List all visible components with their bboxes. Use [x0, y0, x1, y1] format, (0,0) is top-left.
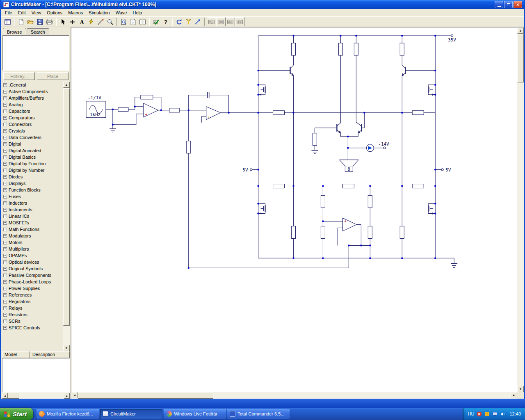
- text-tool-button[interactable]: A: [77, 17, 87, 26]
- resistor[interactable]: [321, 196, 325, 208]
- menu-item[interactable]: View: [29, 9, 44, 16]
- resistor[interactable]: [412, 184, 424, 188]
- resistor[interactable]: [273, 111, 285, 115]
- tree-item[interactable]: + Data Converters: [2, 134, 63, 141]
- scroll-up-button[interactable]: ▲: [63, 82, 70, 88]
- resistor[interactable]: [187, 141, 191, 153]
- expand-icon[interactable]: +: [3, 208, 7, 212]
- instrument-1-button[interactable]: [207, 17, 216, 26]
- expand-icon[interactable]: +: [3, 228, 7, 231]
- scroll-thumb[interactable]: [8, 393, 19, 399]
- menu-item[interactable]: File: [2, 9, 15, 16]
- expand-icon[interactable]: +: [3, 326, 7, 330]
- tree-item[interactable]: + Passive Components: [2, 272, 63, 278]
- expand-icon[interactable]: +: [3, 267, 7, 271]
- canvas-vscrollbar[interactable]: ▲ ▼: [517, 27, 524, 392]
- print-button[interactable]: [45, 17, 54, 26]
- tree-item[interactable]: + Digital Basics: [2, 154, 63, 160]
- scroll-up-button[interactable]: ▲: [517, 27, 524, 34]
- tree-item[interactable]: + Power Supplies: [2, 285, 63, 292]
- expand-icon[interactable]: +: [3, 221, 7, 225]
- scroll-thumb[interactable]: [517, 34, 524, 82]
- tree-item[interactable]: + Phase-Locked Loops: [2, 278, 63, 285]
- resistor[interactable]: [292, 226, 296, 238]
- tree-item[interactable]: + OPAMPs: [2, 252, 63, 259]
- expand-icon[interactable]: +: [3, 142, 7, 146]
- menu-item[interactable]: Options: [44, 9, 65, 16]
- tree-item[interactable]: + Math Functions: [2, 226, 63, 233]
- tree-item[interactable]: + Digital by Function: [2, 160, 63, 167]
- tray-volume-icon[interactable]: [500, 411, 505, 417]
- run-button[interactable]: [193, 17, 203, 26]
- menu-item[interactable]: Simulation: [86, 9, 112, 16]
- schematic-drawing[interactable]: -1/1V 1kHz + +: [71, 27, 517, 392]
- expand-icon[interactable]: +: [3, 155, 7, 159]
- language-indicator[interactable]: HU: [468, 411, 475, 416]
- expand-icon[interactable]: +: [3, 201, 7, 205]
- reset-button[interactable]: [174, 17, 184, 26]
- expand-icon[interactable]: +: [3, 254, 7, 258]
- expand-icon[interactable]: +: [3, 313, 7, 317]
- tree-item[interactable]: + Linear ICs: [2, 213, 63, 219]
- new-file-button[interactable]: [16, 17, 26, 26]
- tree-scrollbar[interactable]: ▲ ▼: [63, 82, 70, 351]
- digital-simulation-button[interactable]: [151, 17, 161, 26]
- expand-icon[interactable]: +: [3, 123, 7, 126]
- description-column-header[interactable]: Description: [30, 351, 70, 358]
- expand-icon[interactable]: +: [3, 96, 7, 100]
- split-view-button[interactable]: [138, 17, 147, 26]
- resistor[interactable]: [368, 196, 372, 208]
- tree-item[interactable]: + Digital by Number: [2, 167, 63, 173]
- resistor[interactable]: [169, 108, 180, 112]
- resistor[interactable]: [141, 95, 153, 99]
- expand-icon[interactable]: +: [3, 241, 7, 244]
- resistor[interactable]: [321, 226, 325, 238]
- scroll-thumb[interactable]: [63, 88, 70, 326]
- close-button[interactable]: ×: [514, 1, 522, 8]
- scroll-left-button[interactable]: ◄: [71, 392, 78, 398]
- tree-item[interactable]: + Fuses: [2, 193, 63, 200]
- expand-icon[interactable]: +: [3, 247, 7, 251]
- resistor[interactable]: [338, 43, 342, 55]
- task-button[interactable]: Total Commander 6.5...: [227, 409, 290, 419]
- expand-icon[interactable]: +: [3, 280, 7, 284]
- tree-item[interactable]: + References: [2, 292, 63, 298]
- tree-item[interactable]: + Connectors: [2, 121, 63, 128]
- wire-tool-button[interactable]: [87, 17, 96, 26]
- place-button[interactable]: Place: [37, 72, 68, 80]
- resistor[interactable]: [400, 226, 404, 238]
- sidebar-tab[interactable]: Browse: [3, 28, 26, 35]
- sidebar-hscrollbar[interactable]: ◄ ►: [2, 393, 70, 399]
- resistor[interactable]: [400, 43, 404, 55]
- expand-icon[interactable]: +: [3, 300, 7, 304]
- place-part-button[interactable]: [68, 17, 77, 26]
- expand-icon[interactable]: +: [3, 103, 7, 107]
- opamp-1[interactable]: +: [144, 103, 158, 117]
- menu-item[interactable]: Edit: [15, 9, 29, 16]
- instrument-3-button[interactable]: [226, 17, 235, 26]
- task-button[interactable]: Windows Live Fotótár: [164, 409, 226, 419]
- tree-item[interactable]: + Inductors: [2, 200, 63, 206]
- expand-icon[interactable]: +: [3, 136, 7, 139]
- resistor[interactable]: [313, 133, 317, 146]
- expand-icon[interactable]: +: [3, 129, 7, 133]
- menu-item[interactable]: Help: [130, 9, 145, 16]
- tree-item[interactable]: + Digital: [2, 141, 63, 147]
- tree-item[interactable]: + Displays: [2, 180, 63, 187]
- probe-tool-button[interactable]: [96, 17, 105, 26]
- instrument-4-button[interactable]: [235, 17, 244, 26]
- sidebar-tab[interactable]: Search: [27, 28, 49, 35]
- tree-item[interactable]: + Modulators: [2, 233, 63, 239]
- minimize-button[interactable]: [495, 1, 503, 8]
- resistor[interactable]: [368, 226, 372, 238]
- opamp-3[interactable]: +: [342, 218, 356, 231]
- expand-icon[interactable]: +: [3, 287, 7, 290]
- sine-source[interactable]: -1/1V 1kHz: [86, 95, 106, 118]
- tree-item[interactable]: + Amplifiers/Buffers: [2, 95, 63, 101]
- canvas-hscrollbar[interactable]: ◄ ►: [71, 392, 517, 399]
- open-file-button[interactable]: [26, 17, 35, 26]
- tree-item[interactable]: + Analog: [2, 101, 63, 108]
- scroll-down-button[interactable]: ▼: [63, 345, 70, 351]
- tree-item[interactable]: + Function Blocks: [2, 187, 63, 193]
- title-bar[interactable]: CircuitMaker - [C:\Program Files\...\fél…: [1, 0, 524, 9]
